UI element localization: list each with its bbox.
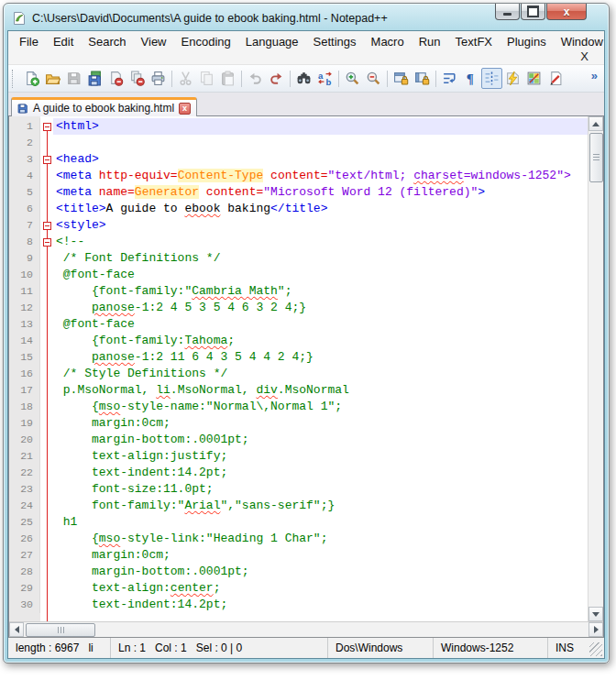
fold-collapse-button[interactable]	[43, 238, 51, 247]
new-file-button[interactable]	[21, 68, 42, 89]
code-line[interactable]: 20 margin-bottom:.0001pt;	[9, 432, 588, 448]
define-language-button[interactable]	[544, 68, 566, 89]
tab-close-button[interactable]: x	[179, 103, 191, 115]
document-map-button[interactable]	[523, 68, 544, 89]
code-line[interactable]: 23 font-size:11.0pt;	[9, 481, 588, 498]
client-area: FileEditSearchViewEncodingLanguageSettin…	[7, 30, 605, 659]
vertical-scrollbar[interactable]	[588, 116, 603, 621]
code-line[interactable]: 2	[9, 135, 588, 151]
sync-horizontal-scroll-button[interactable]	[412, 68, 433, 89]
code-line[interactable]: 8<!--	[9, 234, 588, 250]
code-line[interactable]: 1<html>	[9, 118, 588, 135]
code-line[interactable]: 14 {font-family:Tahoma;	[9, 333, 588, 349]
toolbar-overflow-chevron[interactable]: »	[591, 69, 598, 82]
code-line[interactable]: 3<head>	[9, 151, 588, 168]
undo-button[interactable]	[245, 68, 266, 89]
menu-item-window[interactable]: Window	[554, 32, 605, 51]
redo-button[interactable]	[266, 68, 287, 89]
code-line[interactable]: 15 panose-1:2 11 6 4 3 5 4 4 2 4;}	[9, 349, 588, 366]
find-button[interactable]	[293, 68, 314, 89]
menu-item-language[interactable]: Language	[238, 32, 306, 51]
code-text: /* Font Definitions */	[53, 250, 588, 267]
restore-button[interactable]	[521, 4, 545, 20]
toolbar-grip[interactable]	[12, 70, 17, 88]
code-line[interactable]: 13 @font-face	[9, 316, 588, 333]
menu-bar-close-button[interactable]: X	[578, 49, 591, 63]
paste-button[interactable]	[217, 68, 238, 89]
menu-item-textfx[interactable]: TextFX	[448, 32, 500, 51]
code-area[interactable]: 1<html>23<head>4<meta http-equiv=Content…	[9, 116, 588, 621]
fold-collapse-button[interactable]	[43, 123, 51, 131]
zoom-out-button[interactable]	[363, 68, 384, 89]
code-text: @font-face	[53, 267, 588, 283]
close-window-button[interactable]: x	[546, 4, 587, 20]
code-line[interactable]: 4<meta http-equiv=Content-Type content="…	[9, 168, 588, 184]
scroll-left-button[interactable]	[9, 622, 24, 637]
document-tab[interactable]: A guide to ebook baking.html x	[11, 97, 197, 116]
code-line[interactable]: 5<meta name=Generator content="Microsoft…	[9, 184, 588, 201]
code-line[interactable]: 26 {mso-style-link:"Heading 1 Char";	[9, 531, 588, 547]
define-language-icon	[547, 71, 563, 86]
save-all-button[interactable]	[84, 68, 105, 89]
line-number: 20	[9, 432, 40, 448]
code-line[interactable]: 11 {font-family:"Cambria Math";	[9, 283, 588, 300]
code-line[interactable]: 22 text-indent:14.2pt;	[9, 465, 588, 481]
code-line[interactable]: 7<style>	[9, 217, 588, 234]
open-file-button[interactable]	[42, 68, 63, 89]
code-line[interactable]: 18 {mso-style-name:"Normal\,Normal 1";	[9, 399, 588, 415]
close-file-button[interactable]	[105, 68, 126, 89]
vertical-scrollbar-thumb[interactable]	[589, 133, 603, 182]
code-line[interactable]: 16 /* Style Definitions */	[9, 366, 588, 382]
menu-item-plugins[interactable]: Plugins	[500, 32, 554, 51]
function-list-button[interactable]	[502, 68, 523, 89]
close-all-button[interactable]	[126, 68, 148, 89]
code-line[interactable]: 12 panose-1:2 4 5 3 5 4 6 3 2 4;}	[9, 300, 588, 316]
menu-item-edit[interactable]: Edit	[46, 32, 81, 51]
minimize-button[interactable]	[495, 4, 520, 20]
code-line[interactable]: 21 text-align:justify;	[9, 448, 588, 465]
show-all-characters-button[interactable]	[460, 68, 481, 89]
sync-vertical-scroll-button[interactable]	[390, 68, 412, 89]
code-line[interactable]: 30 text-indent:14.2pt;	[9, 597, 588, 613]
fold-collapse-button[interactable]	[43, 222, 51, 230]
code-text: margin:0cm;	[53, 415, 588, 432]
code-line[interactable]: 17 p.MsoNormal, li.MsoNormal, div.MsoNor…	[9, 382, 588, 399]
cut-button[interactable]	[175, 68, 196, 89]
code-line[interactable]: 19 margin:0cm;	[9, 415, 588, 432]
scroll-down-button[interactable]	[588, 607, 603, 621]
code-line[interactable]: 29 text-align:center;	[9, 580, 588, 597]
menu-item-macro[interactable]: Macro	[364, 32, 412, 51]
vertical-scrollbar-track[interactable]	[588, 182, 603, 607]
code-line[interactable]: 24 font-family:"Arial","sans-serif";}	[9, 498, 588, 514]
print-button[interactable]	[148, 68, 169, 89]
scroll-up-button[interactable]	[588, 116, 603, 131]
editor-row: 1<html>23<head>4<meta http-equiv=Content…	[9, 116, 603, 621]
copy-button[interactable]	[196, 68, 217, 89]
code-line[interactable]: 9 /* Font Definitions */	[9, 250, 588, 267]
find-icon	[296, 71, 312, 86]
show-indent-guide-button[interactable]	[481, 68, 502, 89]
code-line[interactable]: 28 margin-bottom:.0001pt;	[9, 564, 588, 580]
horizontal-scrollbar-thumb[interactable]	[26, 623, 95, 637]
replace-button[interactable]	[314, 68, 336, 89]
code-line[interactable]: 6<title>A guide to ebook baking</title>	[9, 201, 588, 217]
scroll-right-button[interactable]	[588, 622, 603, 637]
resize-grip[interactable]	[589, 642, 602, 656]
horizontal-scrollbar-track[interactable]	[95, 622, 588, 637]
menu-item-search[interactable]: Search	[81, 32, 133, 51]
code-line[interactable]: 25 h1	[9, 514, 588, 531]
menu-item-view[interactable]: View	[134, 32, 174, 51]
fold-collapse-button[interactable]	[43, 156, 51, 164]
menu-item-settings[interactable]: Settings	[306, 32, 364, 51]
word-wrap-button[interactable]	[439, 68, 460, 89]
save-file-button[interactable]	[63, 68, 84, 89]
code-line[interactable]: 10 @font-face	[9, 267, 588, 283]
menu-item-encoding[interactable]: Encoding	[174, 32, 238, 51]
zoom-in-button[interactable]	[342, 68, 363, 89]
horizontal-scrollbar[interactable]	[9, 621, 603, 637]
fold-margin-cell	[40, 283, 53, 300]
code-line[interactable]: 27 margin:0cm;	[9, 547, 588, 564]
code-text: <style>	[53, 217, 588, 234]
menu-item-run[interactable]: Run	[412, 32, 448, 51]
menu-item-file[interactable]: File	[12, 32, 46, 51]
